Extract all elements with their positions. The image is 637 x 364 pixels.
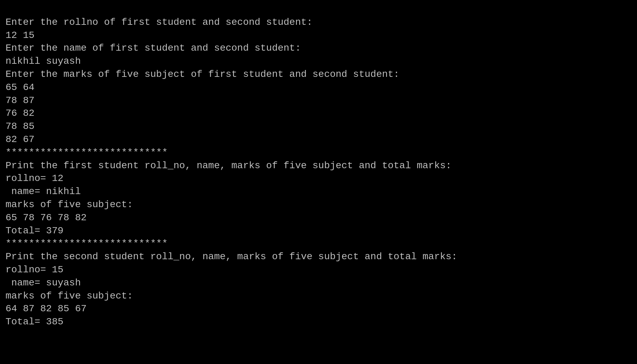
terminal-line: 65 64: [6, 81, 631, 94]
terminal-line: 78 87: [6, 94, 631, 107]
terminal-line: 65 78 76 78 82: [6, 211, 631, 224]
terminal-line: Print the second student roll_no, name, …: [6, 250, 631, 263]
terminal-line: rollno= 15: [6, 263, 631, 276]
terminal-line: Print the first student roll_no, name, m…: [6, 159, 631, 172]
terminal-output: Enter the rollno of first student and se…: [6, 3, 631, 328]
terminal-line: Enter the rollno of first student and se…: [6, 16, 631, 29]
terminal-line: name= suyash: [6, 276, 631, 290]
terminal-line: ****************************: [6, 237, 631, 250]
terminal-line: Total= 385: [6, 315, 631, 328]
terminal-line: name= nikhil: [6, 185, 631, 198]
terminal-line: Enter the marks of five subject of first…: [6, 68, 631, 81]
terminal-line: Enter the name of first student and seco…: [6, 42, 631, 55]
terminal-line: ****************************: [6, 146, 631, 159]
terminal-line: 82 67: [6, 133, 631, 146]
terminal-line: 78 85: [6, 120, 631, 133]
terminal-line: Total= 379: [6, 224, 631, 237]
terminal-line: 12 15: [6, 29, 631, 42]
terminal-line: marks of five subject:: [6, 198, 631, 211]
terminal-line: nikhil suyash: [6, 55, 631, 68]
terminal-line: rollno= 12: [6, 172, 631, 185]
terminal-line: 76 82: [6, 107, 631, 120]
terminal-line: marks of five subject:: [6, 290, 631, 303]
terminal-line: 64 87 82 85 67: [6, 302, 631, 315]
